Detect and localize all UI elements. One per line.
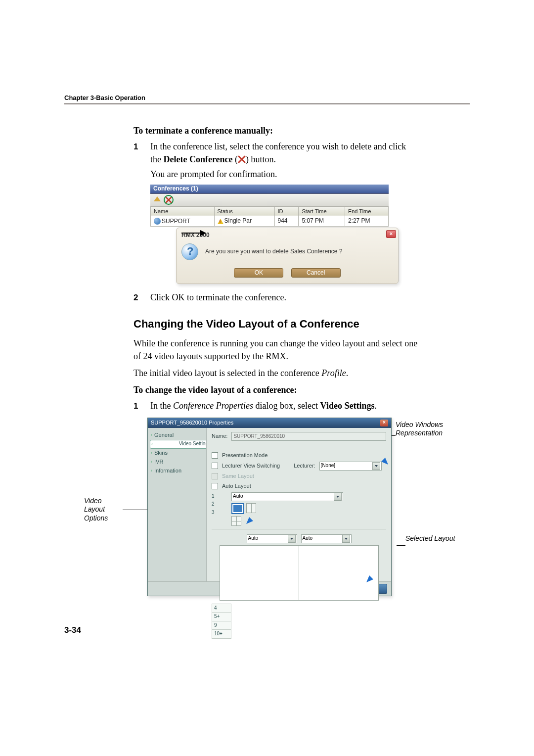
auto-layout-checkbox[interactable] <box>212 483 218 489</box>
row-start: 5:07 PM <box>299 216 345 226</box>
chevron-down-icon <box>288 535 296 543</box>
layout-mode-value: Auto <box>233 493 243 500</box>
name-field: SUPPORT_958620010 <box>231 432 386 441</box>
layout-mode-select[interactable]: Auto <box>231 492 343 501</box>
para-2c: . <box>346 368 349 378</box>
conferences-toolbar <box>150 194 389 206</box>
cs-a: In the <box>150 401 173 411</box>
conference-icon <box>154 218 161 225</box>
pane1-value: Auto <box>248 535 259 542</box>
properties-nav: ›General ›Video Settings ›Skins ›IVR ›In… <box>148 428 206 581</box>
auto-layout-label: Auto Layout <box>222 482 251 490</box>
header-rule <box>64 103 470 104</box>
row-end: 2:27 PM <box>345 216 388 226</box>
nav-general[interactable]: ›General <box>150 431 204 440</box>
nav-ivr[interactable]: ›IVR <box>150 458 204 467</box>
delete-conference-icon <box>238 155 246 163</box>
layout-thumb-1[interactable] <box>231 503 244 514</box>
same-layout-checkbox <box>212 473 218 479</box>
step2-text: Click OK to terminate the conference. <box>150 291 418 304</box>
step1-follow: You are prompted for confirmation. <box>150 168 418 181</box>
label-video-windows-rep: Video Windows Representation <box>396 421 460 438</box>
nav-label: IVR <box>154 458 163 466</box>
nav-information[interactable]: ›Information <box>150 467 204 475</box>
layout-thumb-4[interactable] <box>231 516 241 526</box>
delete-conference-toolbar-icon[interactable] <box>164 195 174 205</box>
terminate-step-1: 1 In the conference list, select the con… <box>134 140 418 289</box>
close-icon[interactable]: × <box>380 420 388 426</box>
ok-button[interactable]: OK <box>234 268 283 278</box>
preview-pane[interactable] <box>299 546 378 600</box>
list-item[interactable]: 9 <box>212 621 231 630</box>
nav-label: Skins <box>154 449 168 457</box>
layout-thumb-2[interactable] <box>246 503 256 513</box>
cs-d: Video Settings <box>320 401 375 411</box>
callout-arrow-icon <box>181 228 206 238</box>
confirm-dialog-title: RMX 2000 <box>181 232 393 238</box>
pane2-value: Auto <box>303 535 313 542</box>
conferences-titlebar: Conferences (1) <box>150 185 389 193</box>
properties-figure: Video Layout Options Video Windows Repre… <box>84 418 460 601</box>
list-item[interactable]: 2 <box>212 500 226 509</box>
properties-titlebar: SUPPORT_958620010 Properties × <box>148 418 391 428</box>
col-name[interactable]: Name <box>151 206 215 216</box>
step1-text-c: ( <box>233 154 238 164</box>
lecturer-value: [None] <box>321 462 335 470</box>
col-end[interactable]: End Time <box>345 206 388 216</box>
table-row[interactable]: SUPPORT Single Par 944 5:07 PM 2:27 PM <box>151 216 389 226</box>
para-1: While the conference is running you can … <box>134 337 418 363</box>
confirm-dialog: × RMX 2000 Are you sure you want to dele… <box>176 228 399 284</box>
table-header-row: Name Status ID Start Time End Time <box>151 206 389 216</box>
col-start[interactable]: Start Time <box>299 206 345 216</box>
name-label: Name: <box>212 432 227 440</box>
step1-text-bold: Delete Conference <box>164 154 233 164</box>
terminate-step-2: 2 Click OK to terminate the conference. <box>134 291 418 304</box>
leader-line <box>123 510 147 510</box>
terminate-heading: To terminate a conference manually: <box>134 124 418 137</box>
close-icon[interactable]: × <box>386 230 396 238</box>
nav-label: General <box>154 431 174 439</box>
lecturer-select[interactable]: [None] <box>319 462 382 471</box>
same-layout-label: Same Layout <box>222 472 254 480</box>
cancel-button[interactable]: Cancel <box>291 268 341 278</box>
svg-marker-5 <box>200 230 206 236</box>
body-content: To terminate a conference manually: 1 In… <box>134 124 418 601</box>
col-id[interactable]: ID <box>274 206 299 216</box>
conference-properties-dialog: SUPPORT_958620010 Properties × ›General … <box>147 418 392 596</box>
step-number: 1 <box>134 140 150 289</box>
chevron-down-icon <box>342 535 350 543</box>
col-status[interactable]: Status <box>214 206 274 216</box>
section-heading: Changing the Video Layout of a Conferenc… <box>134 316 418 332</box>
change-layout-heading: To change the video layout of a conferen… <box>134 383 418 396</box>
pane2-select[interactable]: Auto <box>301 534 352 543</box>
lecturer-view-label: Lecturer View Switching <box>222 462 280 470</box>
row-status: Single Par <box>224 217 252 224</box>
lecturer-view-checkbox[interactable] <box>212 463 218 469</box>
properties-title: SUPPORT_958620010 Properties <box>151 419 233 427</box>
question-icon <box>181 243 198 260</box>
step1-text-d: ) button. <box>246 154 276 164</box>
para-2b: Profile <box>321 368 346 378</box>
list-item[interactable]: 10+ <box>212 630 231 639</box>
list-item[interactable]: 1 <box>212 492 226 501</box>
layout-count-list[interactable]: 1 2 3 <box>212 492 226 517</box>
confirm-dialog-message: Are you sure you want to delete Sales Co… <box>205 248 343 255</box>
chapter-title: Chapter 3-Basic Operation <box>64 94 470 101</box>
conferences-figure: Conferences (1) Name Status ID <box>150 185 389 284</box>
presentation-mode-checkbox[interactable] <box>212 452 218 459</box>
participants-count-list[interactable]: 4 5+ 9 10+ <box>212 604 231 639</box>
cs-c: dialog box, select <box>253 401 320 411</box>
nav-label: Information <box>154 467 181 475</box>
layout-preview <box>220 545 379 601</box>
page-number: 3-34 <box>64 625 81 635</box>
preview-pane[interactable] <box>220 546 299 600</box>
pane1-select[interactable]: Auto <box>247 534 297 543</box>
step-number: 1 <box>134 399 150 413</box>
list-item[interactable]: 5+ <box>212 613 231 621</box>
nav-video-settings[interactable]: ›Video Settings <box>150 440 212 449</box>
presentation-mode-label: Presentation Mode <box>222 452 267 460</box>
nav-skins[interactable]: ›Skins <box>150 449 204 458</box>
list-item[interactable]: 3 <box>212 509 226 517</box>
new-conference-icon[interactable] <box>152 195 162 205</box>
list-item[interactable]: 4 <box>212 604 231 613</box>
